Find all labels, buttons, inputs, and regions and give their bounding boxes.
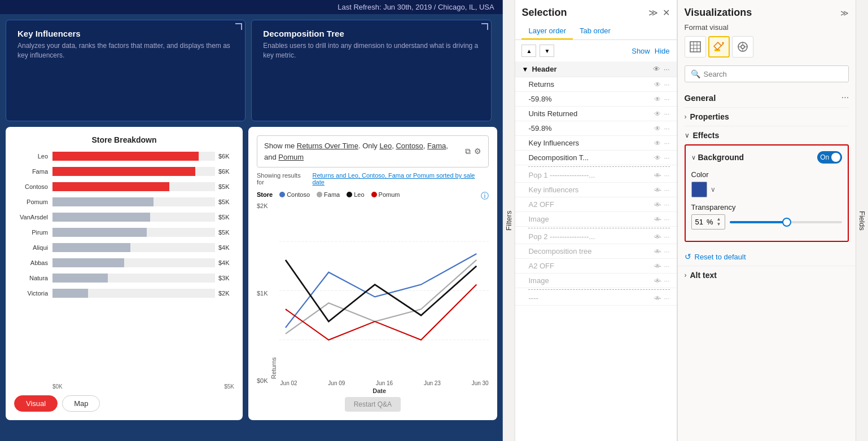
item-59-1[interactable]: -59.8% 👁 ··· <box>515 92 676 107</box>
more-icon[interactable]: ··· <box>664 65 670 73</box>
transparency-row: Transparency 51 % ▲ ▼ <box>691 203 843 230</box>
more-icon-592[interactable]: ··· <box>664 125 669 133</box>
key-influencers-card[interactable]: Key Influencers Analyzes your data, rank… <box>6 20 246 121</box>
item-a2off2[interactable]: A2 OFF 👁 ··· <box>515 259 676 274</box>
item-a2off1[interactable]: A2 OFF 👁 ··· <box>515 197 676 212</box>
eye-icon[interactable]: 👁 <box>653 65 660 73</box>
showing-link[interactable]: Returns and Leo, Contoso, Fama or Pomum … <box>312 172 488 186</box>
decomp-tree-title: Decomposition Tree <box>263 29 479 38</box>
close-icon[interactable]: ✕ <box>663 7 670 18</box>
eye-hidden-a2off1[interactable]: 👁 <box>654 201 661 209</box>
eye-icon-591[interactable]: 👁 <box>654 95 661 103</box>
table-icon-btn[interactable] <box>685 36 706 58</box>
background-toggle[interactable]: On <box>817 151 842 164</box>
item-key-influencers2[interactable]: Key influencers 👁 ··· <box>515 183 676 197</box>
eye-hidden-image1[interactable]: 👁 <box>654 215 661 223</box>
eye-icon-units[interactable]: 👁 <box>654 110 661 118</box>
fama-link[interactable]: Fama <box>427 142 446 150</box>
decomposition-tree-card[interactable]: Decomposition Tree Enables users to dril… <box>251 20 491 121</box>
more-pop2[interactable]: ··· <box>664 233 669 241</box>
eye-hidden-pop2[interactable]: 👁 <box>654 233 661 241</box>
more-image1[interactable]: ··· <box>664 215 669 223</box>
show-btn[interactable]: Show <box>632 47 650 55</box>
eye-icon-ki[interactable]: 👁 <box>654 139 661 147</box>
more-a2off1[interactable]: ··· <box>664 201 669 209</box>
tab-layer-order[interactable]: Layer order <box>521 23 572 39</box>
contoso-dot <box>279 192 285 197</box>
more-icon-returns[interactable]: ··· <box>664 81 669 89</box>
transparency-slider[interactable] <box>730 217 843 228</box>
more-icon-591[interactable]: ··· <box>664 95 669 103</box>
item-59-2[interactable]: -59.8% 👁 ··· <box>515 121 676 136</box>
item-returns[interactable]: Returns 👁 ··· <box>515 77 676 92</box>
color-swatch[interactable] <box>691 182 707 197</box>
filters-panel[interactable]: Filters <box>503 0 515 441</box>
copy-icon[interactable]: ⧉ <box>465 147 471 156</box>
more-icon-ki[interactable]: ··· <box>664 139 669 147</box>
search-input[interactable] <box>704 70 843 78</box>
eye-icon-dt[interactable]: 👁 <box>654 154 661 162</box>
item-image1[interactable]: Image 👁 ··· <box>515 212 676 227</box>
fields-panel[interactable]: Fields <box>856 0 868 441</box>
reset-row[interactable]: ↺ Reset to default <box>678 248 856 266</box>
general-more-btn[interactable]: ··· <box>841 92 849 103</box>
more-icon-dt[interactable]: ··· <box>664 154 669 162</box>
transparency-spinner[interactable]: ▲ ▼ <box>717 217 721 227</box>
item-ki2-icons: 👁 ··· <box>654 186 669 194</box>
bar-container <box>52 213 215 222</box>
eye-hidden-dashes[interactable]: 👁 <box>654 294 661 302</box>
more-icon-units[interactable]: ··· <box>664 110 669 118</box>
color-swatch-row[interactable]: ∨ <box>691 182 843 197</box>
expand-icon[interactable]: ≫ <box>840 8 849 17</box>
item-units-returned[interactable]: Units Returned 👁 ··· <box>515 107 676 121</box>
more-pop1[interactable]: ··· <box>664 171 669 179</box>
map-tab-btn[interactable]: Map <box>62 395 100 412</box>
eye-hidden-ki2[interactable]: 👁 <box>654 186 661 194</box>
tab-tab-order[interactable]: Tab order <box>573 23 617 39</box>
analytics-icon-btn[interactable] <box>732 36 753 58</box>
eye-icon-592[interactable]: 👁 <box>654 125 661 133</box>
item-image2[interactable]: Image 👁 ··· <box>515 274 676 288</box>
restart-qa-btn[interactable]: Restart Q&A <box>345 397 401 412</box>
more-a2off2[interactable]: ··· <box>664 262 669 270</box>
item-pop2[interactable]: Pop 2 ----------------... 👁 ··· <box>515 230 676 244</box>
effects-header[interactable]: ∨ Effects <box>685 126 849 144</box>
settings-icon[interactable]: ⚙ <box>474 147 481 156</box>
hide-btn[interactable]: Hide <box>655 47 670 55</box>
alt-text-row[interactable]: › Alt text <box>678 266 856 284</box>
transparency-input[interactable]: 51 % ▲ ▼ <box>691 214 725 230</box>
pomum-link[interactable]: Pomum <box>278 153 304 161</box>
search-box[interactable]: 🔍 <box>685 65 849 82</box>
spinner-down[interactable]: ▼ <box>717 222 721 227</box>
eye-hidden-dt[interactable]: 👁 <box>654 248 661 255</box>
props-chevron: › <box>685 113 687 121</box>
color-dropdown-icon[interactable]: ∨ <box>711 186 716 193</box>
collapse-icon[interactable]: ≫ <box>648 7 658 18</box>
more-dashes[interactable]: ··· <box>664 294 669 302</box>
eye-hidden-a2off2[interactable]: 👁 <box>654 262 661 270</box>
more-image2[interactable]: ··· <box>664 277 669 285</box>
slider-thumb[interactable] <box>782 218 791 227</box>
selection-section-header[interactable]: ▼ Header 👁 ··· <box>515 61 676 77</box>
item-dashes[interactable]: ---- 👁 ··· <box>515 291 676 306</box>
info-icon[interactable]: ⓘ <box>481 191 489 201</box>
leo-link[interactable]: Leo <box>379 142 392 150</box>
visual-tab-btn[interactable]: Visual <box>14 395 58 412</box>
item-decomp-tree[interactable]: Decomposition tree 👁 ··· <box>515 244 676 259</box>
more-dt2[interactable]: ··· <box>664 248 669 255</box>
item-decomp-t[interactable]: Decomposition T... 👁 ··· <box>515 151 676 165</box>
item-key-influencers[interactable]: Key Influencers 👁 ··· <box>515 136 676 151</box>
contoso-link[interactable]: Contoso <box>396 142 423 150</box>
more-ki2[interactable]: ··· <box>664 186 669 194</box>
spinner-up[interactable]: ▲ <box>717 217 721 222</box>
eye-hidden-pop1[interactable]: 👁 <box>654 171 661 179</box>
item-pop1[interactable]: Pop 1 ----------------... 👁 ··· <box>515 168 676 183</box>
paint-icon-btn[interactable] <box>708 36 730 58</box>
move-down-btn[interactable]: ▼ <box>540 45 554 57</box>
move-up-btn[interactable]: ▲ <box>521 45 536 57</box>
eye-icon-returns[interactable]: 👁 <box>654 81 661 89</box>
qa-input-box[interactable]: Show me Returns Over Time. Only Leo, Con… <box>257 135 489 167</box>
eye-hidden-image2[interactable]: 👁 <box>654 277 661 285</box>
properties-header[interactable]: › Properties <box>685 107 849 126</box>
returns-link[interactable]: Returns Over Time <box>297 142 358 150</box>
